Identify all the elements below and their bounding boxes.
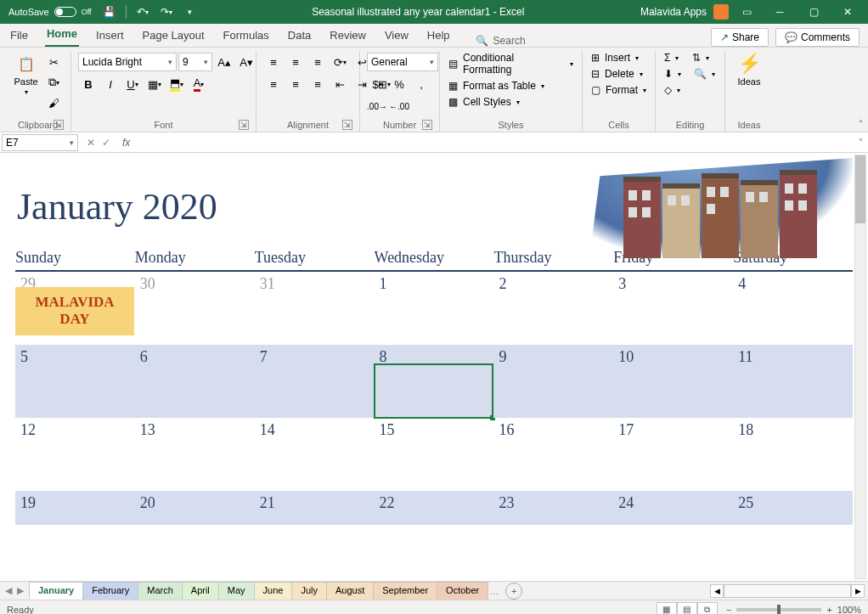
undo-icon[interactable]: ↶▾ <box>132 1 154 23</box>
format-cells-button[interactable]: ▢Format▾ <box>589 83 648 97</box>
comments-button[interactable]: 💬Comments <box>775 28 860 47</box>
number-format-combo[interactable]: General▾ <box>367 53 438 71</box>
calendar-cell[interactable]: 14 <box>255 418 375 491</box>
tab-insert[interactable]: Insert <box>94 25 126 47</box>
tab-data[interactable]: Data <box>286 25 313 47</box>
sheet-tab-august[interactable]: August <box>326 582 374 600</box>
calendar-cell[interactable]: 21 <box>255 491 375 525</box>
ideas-button[interactable]: ⚡ Ideas <box>732 53 766 87</box>
bold-icon[interactable]: B <box>78 75 99 93</box>
tab-home[interactable]: Home <box>45 24 79 47</box>
calendar-cell[interactable]: 18 <box>733 418 853 491</box>
zoom-out-icon[interactable]: − <box>726 605 731 615</box>
enter-formula-icon[interactable]: ✓ <box>102 137 110 149</box>
font-name-combo[interactable]: Lucida Bright▾ <box>78 53 177 71</box>
collapse-ribbon-icon[interactable]: ˄ <box>859 119 863 128</box>
fill-button[interactable]: ⬇▾ 🔍▾ <box>662 67 717 81</box>
calendar-cell[interactable]: 24 <box>613 491 733 525</box>
sheet-tab-may[interactable]: May <box>218 582 255 600</box>
comma-icon[interactable]: , <box>411 75 431 93</box>
copy-icon[interactable]: ⧉▾ <box>43 73 64 92</box>
number-dialog-icon[interactable]: ⇲ <box>422 120 432 130</box>
calendar-cell[interactable]: 10 <box>613 345 733 418</box>
zoom-slider[interactable] <box>736 608 821 611</box>
sheet-tab-april[interactable]: April <box>182 582 219 600</box>
sheet-tab-september[interactable]: September <box>373 582 437 600</box>
calendar-cell[interactable]: 9 <box>493 345 613 418</box>
tab-file[interactable]: File <box>8 25 30 47</box>
decrease-decimal-icon[interactable]: ←.00 <box>389 97 409 115</box>
sheet-tab-february[interactable]: February <box>82 582 138 600</box>
clear-button[interactable]: ◇▾ <box>662 83 682 97</box>
align-top-icon[interactable]: ≡ <box>263 53 284 71</box>
autosave-toggle[interactable]: AutoSave Off <box>3 7 97 17</box>
calendar-cell[interactable]: 19 <box>15 491 135 525</box>
currency-icon[interactable]: $▾ <box>367 75 387 93</box>
calendar-cell[interactable]: 3 <box>613 272 733 345</box>
calendar-cell[interactable]: 29MALAVIDADAY <box>15 272 135 345</box>
align-left-icon[interactable]: ≡ <box>263 75 284 93</box>
calendar-cell[interactable]: 16 <box>493 418 613 491</box>
calendar-cell[interactable]: 8 <box>375 345 494 418</box>
calendar-cell[interactable]: 25 <box>733 491 853 525</box>
sheet-tab-june[interactable]: June <box>254 582 293 600</box>
font-dialog-icon[interactable]: ⇲ <box>239 120 249 130</box>
vertical-scrollbar[interactable] <box>854 155 866 579</box>
calendar-cell[interactable]: 5 <box>15 345 135 418</box>
ribbon-display-icon[interactable]: ▭ <box>736 1 758 23</box>
sheet-tab-july[interactable]: July <box>291 582 327 600</box>
delete-cells-button[interactable]: ⊟Delete▾ <box>589 67 645 81</box>
autosum-button[interactable]: Σ▾ ⇅▾ <box>662 51 711 65</box>
font-size-combo[interactable]: 9▾ <box>178 53 212 71</box>
tell-me-search[interactable]: 🔍 Search <box>476 35 526 47</box>
increase-decimal-icon[interactable]: .00→ <box>367 97 387 115</box>
sheet-tab-march[interactable]: March <box>138 582 183 600</box>
fill-color-icon[interactable]: ⬒▾ <box>166 75 187 93</box>
qat-customize-icon[interactable]: ▾ <box>179 1 201 23</box>
align-right-icon[interactable]: ≡ <box>307 75 328 93</box>
zoom-in-icon[interactable]: + <box>826 605 831 615</box>
maximize-icon[interactable]: ▢ <box>797 0 831 24</box>
redo-icon[interactable]: ↷▾ <box>155 1 178 23</box>
tab-review[interactable]: Review <box>328 25 368 47</box>
format-as-table-button[interactable]: ▦Format as Table▾ <box>447 79 546 93</box>
align-bottom-icon[interactable]: ≡ <box>307 53 328 71</box>
horizontal-scrollbar[interactable]: ◀▶ <box>707 584 868 598</box>
calendar-grid[interactable]: 29MALAVIDADAY303112345678910111213141516… <box>15 272 853 525</box>
calendar-cell[interactable]: 20 <box>135 491 255 525</box>
tab-page-layout[interactable]: Page Layout <box>141 25 206 47</box>
sheet-tab-october[interactable]: October <box>437 582 488 600</box>
calendar-cell[interactable]: 4 <box>733 272 853 345</box>
expand-formula-bar-icon[interactable]: ˅ <box>853 138 868 147</box>
clipboard-dialog-icon[interactable]: ⇲ <box>54 120 64 130</box>
decrease-indent-icon[interactable]: ⇤ <box>330 75 350 93</box>
find-icon[interactable]: 🔍 <box>694 68 707 80</box>
minimize-icon[interactable]: ─ <box>763 0 797 24</box>
calendar-cell[interactable]: 11 <box>733 345 853 418</box>
cell-styles-button[interactable]: ▩Cell Styles▾ <box>447 95 521 109</box>
cancel-formula-icon[interactable]: ✕ <box>87 137 95 149</box>
paste-button[interactable]: 📋 Paste ▾ <box>12 53 40 96</box>
formula-input[interactable] <box>135 134 853 151</box>
align-center-icon[interactable]: ≡ <box>285 75 306 93</box>
normal-view-icon[interactable]: ▦ <box>657 602 677 615</box>
share-button[interactable]: ↗Share <box>711 28 769 47</box>
sort-filter-icon[interactable]: ⇅ <box>692 52 701 64</box>
decrease-font-icon[interactable]: A▾ <box>236 53 256 71</box>
cut-icon[interactable]: ✂ <box>43 53 64 71</box>
calendar-event[interactable]: MALAVIDADAY <box>15 287 134 335</box>
addin-label[interactable]: Malavida Apps <box>640 6 707 18</box>
percent-icon[interactable]: % <box>389 75 409 93</box>
tab-scroll-left-icon[interactable]: ◀ <box>3 585 14 596</box>
insert-cells-button[interactable]: ⊞Insert▾ <box>589 51 640 65</box>
tab-overflow-icon[interactable]: … <box>488 586 500 596</box>
font-color-icon[interactable]: A▾ <box>189 75 209 93</box>
calendar-cell[interactable]: 22 <box>375 491 494 525</box>
close-icon[interactable]: ✕ <box>831 0 865 24</box>
sheet-tab-january[interactable]: January <box>29 582 83 600</box>
addin-icon[interactable] <box>713 4 729 20</box>
conditional-formatting-button[interactable]: ▤Conditional Formatting▾ <box>447 51 575 76</box>
tab-help[interactable]: Help <box>426 25 452 47</box>
save-icon[interactable]: 💾 <box>99 1 121 23</box>
calendar-cell[interactable]: 7 <box>255 345 375 418</box>
